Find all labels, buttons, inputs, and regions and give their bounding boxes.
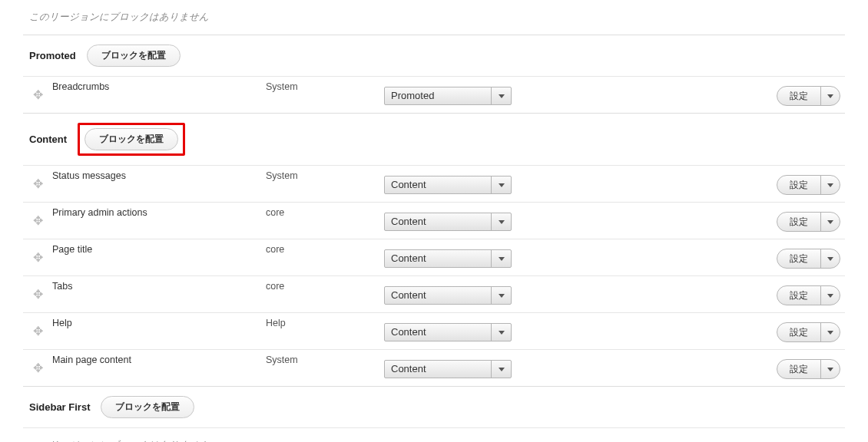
drag-handle-icon[interactable]: ✥ [33, 215, 43, 227]
drag-handle-icon[interactable]: ✥ [33, 178, 43, 190]
block-name-cell: Page title [52, 239, 266, 255]
region-title: Content [29, 134, 67, 145]
chevron-down-icon [827, 183, 833, 187]
block-row: ✥ Status messages System Content 設定 [23, 165, 845, 202]
operations-dropdown[interactable]: 設定 [777, 359, 840, 379]
block-name-cell: Primary admin actions [52, 203, 266, 218]
block-row: ✥ Tabs core Content 設定 [23, 275, 845, 312]
operations-toggle[interactable] [821, 249, 840, 268]
chevron-down-icon [491, 87, 511, 104]
operations-dropdown[interactable]: 設定 [777, 285, 840, 305]
drag-handle-icon[interactable]: ✥ [33, 252, 43, 264]
region-header-promoted: Promoted ブロックを配置 [23, 35, 845, 76]
block-row: ✥ Main page content System Content 設定 [23, 349, 845, 386]
region-select-value: Promoted [391, 90, 434, 101]
settings-link[interactable]: 設定 [777, 360, 821, 378]
operations-toggle[interactable] [821, 176, 840, 194]
block-name-cell: Status messages [52, 166, 266, 181]
operations-toggle[interactable] [821, 323, 840, 341]
operations-toggle[interactable] [821, 286, 840, 305]
block-name-cell: Tabs [52, 276, 266, 292]
operations-toggle[interactable] [821, 360, 840, 378]
region-select[interactable]: Content [384, 323, 512, 341]
region-select[interactable]: Content [384, 249, 512, 268]
region-select-value: Content [391, 252, 426, 264]
operations-toggle[interactable] [821, 87, 840, 105]
drag-handle-icon[interactable]: ✥ [33, 325, 43, 338]
chevron-down-icon [491, 176, 511, 193]
region-header-content: Content ブロックを配置 [23, 113, 845, 165]
block-category-cell: core [266, 239, 384, 255]
settings-link[interactable]: 設定 [777, 249, 821, 268]
highlight-box: ブロックを配置 [78, 123, 185, 156]
region-title: Sidebar First [29, 401, 90, 413]
operations-dropdown[interactable]: 設定 [777, 322, 840, 342]
block-category-cell: System [266, 77, 384, 92]
chevron-down-icon [827, 94, 833, 98]
chevron-down-icon [827, 220, 833, 224]
drag-handle-icon[interactable]: ✥ [33, 289, 43, 301]
operations-dropdown[interactable]: 設定 [777, 86, 840, 106]
chevron-down-icon [491, 213, 511, 230]
block-row: ✥ Page title core Content 設定 [23, 239, 845, 275]
block-category-cell: core [266, 203, 384, 218]
region-select[interactable]: Promoted [384, 87, 512, 105]
block-row: ✥ Primary admin actions core Content 設定 [23, 202, 845, 239]
settings-link[interactable]: 設定 [777, 323, 821, 341]
chevron-down-icon [827, 368, 833, 371]
region-title: Promoted [29, 50, 76, 61]
block-category-cell: System [266, 350, 384, 365]
drag-handle-icon[interactable]: ✥ [33, 89, 43, 101]
settings-link[interactable]: 設定 [777, 87, 821, 105]
region-select[interactable]: Content [384, 176, 512, 194]
block-name-cell: Main page content [52, 350, 266, 365]
region-select-value: Content [391, 326, 426, 338]
chevron-down-icon [827, 294, 833, 298]
place-block-button[interactable]: ブロックを配置 [87, 45, 181, 67]
chevron-down-icon [491, 250, 511, 267]
place-block-button[interactable]: ブロックを配置 [101, 396, 194, 418]
block-row: ✥ Breadcrumbs System Promoted 設定 [23, 76, 845, 113]
chevron-down-icon [827, 257, 833, 261]
block-category-cell: core [266, 276, 384, 292]
region-select[interactable]: Content [384, 360, 512, 378]
region-select-value: Content [391, 179, 426, 190]
region-select[interactable]: Content [384, 286, 512, 305]
region-select-value: Content [391, 216, 426, 227]
region-header-sidebar-first: Sidebar First ブロックを配置 [23, 386, 845, 427]
chevron-down-icon [491, 361, 511, 378]
operations-dropdown[interactable]: 設定 [777, 249, 840, 269]
region-select-value: Content [391, 363, 426, 374]
block-category-cell: System [266, 166, 384, 181]
settings-link[interactable]: 設定 [777, 176, 821, 194]
region-select[interactable]: Content [384, 213, 512, 231]
drag-handle-icon[interactable]: ✥ [33, 362, 43, 374]
block-row: ✥ Help Help Content 設定 [23, 312, 845, 349]
empty-region-message: このリージョンにブロックはありません [23, 428, 845, 442]
chevron-down-icon [827, 331, 833, 335]
block-name-cell: Help [52, 313, 266, 328]
operations-dropdown[interactable]: 設定 [777, 212, 840, 232]
chevron-down-icon [491, 324, 511, 341]
block-category-cell: Help [266, 313, 384, 328]
block-name-cell: Breadcrumbs [52, 77, 266, 92]
operations-toggle[interactable] [821, 213, 840, 231]
chevron-down-icon [491, 287, 511, 304]
settings-link[interactable]: 設定 [777, 286, 821, 305]
settings-link[interactable]: 設定 [777, 213, 821, 231]
region-select-value: Content [391, 289, 426, 301]
operations-dropdown[interactable]: 設定 [777, 175, 840, 195]
place-block-button[interactable]: ブロックを配置 [84, 128, 178, 150]
empty-region-message: このリージョンにブロックはありません [23, 0, 845, 35]
